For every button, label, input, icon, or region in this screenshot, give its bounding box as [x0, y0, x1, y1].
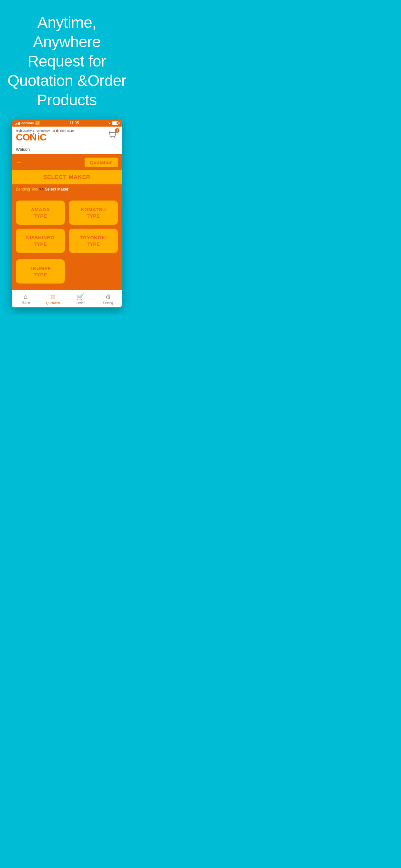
- breadcrumb-link[interactable]: Bending Tool: [16, 187, 38, 191]
- svg-point-0: [111, 137, 112, 138]
- nav-quotation-label: Quotation: [46, 301, 60, 305]
- nav-home-label: Home: [21, 301, 30, 305]
- cart-button[interactable]: 3: [107, 130, 118, 142]
- nav-header: ← Quotation: [12, 154, 122, 170]
- nav-order[interactable]: 🛒 Order: [67, 290, 94, 307]
- bottom-nav: ⌂ Home ⊞ Quotation 🛒 Order ⚙ Setting: [12, 290, 122, 307]
- bottom-indicator: [12, 307, 122, 308]
- back-button[interactable]: ←: [16, 158, 23, 166]
- breadcrumb-current: Select Maker: [45, 187, 68, 191]
- app-header: High Quality & Technology For The Future…: [12, 127, 122, 145]
- section-title: SELECT MAKER: [43, 174, 90, 180]
- breadcrumb: Bending Tool >> Select Maker: [12, 184, 122, 194]
- cart-badge: 3: [115, 128, 120, 133]
- signal-icon: [15, 122, 20, 125]
- phone-frame: docomo 📶 11:35 ➤ High Quality & Technolo…: [12, 120, 122, 308]
- battery-fill: [112, 122, 117, 124]
- battery-icon: [112, 121, 119, 125]
- tagline-future: The Future: [59, 129, 73, 132]
- nav-order-label: Order: [76, 301, 85, 305]
- order-icon: 🛒: [76, 293, 85, 301]
- maker-toyokoki-button[interactable]: TOYOKOKITYPE: [69, 228, 118, 253]
- header-brand: High Quality & Technology For The Future…: [16, 129, 73, 142]
- brand-o: O: [23, 132, 30, 143]
- wifi-icon: 📶: [35, 121, 40, 125]
- carrier-label: docomo: [21, 121, 34, 125]
- brand-logo: CONiC: [16, 132, 73, 142]
- svg-point-1: [114, 137, 115, 138]
- nav-setting[interactable]: ⚙ Setting: [94, 290, 122, 307]
- nav-home[interactable]: ⌂ Home: [12, 290, 39, 307]
- hero-title: Anytime, Anywhere Request for Quotation …: [6, 13, 127, 110]
- maker-amada-button[interactable]: AMADATYPE: [16, 200, 65, 225]
- location-icon: ➤: [108, 121, 111, 125]
- status-left: docomo 📶: [15, 121, 40, 125]
- quotation-button[interactable]: Quotation: [85, 158, 118, 167]
- home-icon: ⌂: [24, 293, 27, 300]
- brand-c: C: [16, 132, 23, 143]
- maker-komatsu-button[interactable]: KOMATSUTYPE: [69, 200, 118, 225]
- status-bar: docomo 📶 11:35 ➤: [12, 120, 122, 127]
- brand-c2: C: [40, 132, 47, 143]
- breadcrumb-separator: >>: [39, 187, 45, 191]
- hero-section: Anytime, Anywhere Request for Quotation …: [0, 0, 134, 120]
- quotation-nav-icon: ⊞: [50, 293, 56, 301]
- setting-icon: ⚙: [105, 293, 111, 301]
- brand-n: N: [30, 132, 37, 142]
- tagline-dot: [56, 129, 58, 132]
- maker-nisshinbo-button[interactable]: NISSHINBOTYPE: [16, 228, 65, 253]
- status-time: 11:35: [69, 121, 79, 125]
- maker-trumpf-button[interactable]: TRUMPFTYPE: [16, 259, 65, 283]
- welcome-text: Welcon: [16, 147, 30, 152]
- brand-i: i: [37, 132, 40, 143]
- section-header: SELECT MAKER: [12, 170, 122, 184]
- welcome-bar: Welcon: [12, 145, 122, 154]
- nav-setting-label: Setting: [103, 301, 113, 305]
- maker-grid: AMADATYPE KOMATSUTYPE NISSHINBOTYPE TOYO…: [12, 194, 122, 259]
- maker-single-row: TRUMPFTYPE: [12, 259, 122, 290]
- nav-quotation[interactable]: ⊞ Quotation: [39, 290, 67, 307]
- status-right: ➤: [108, 121, 119, 125]
